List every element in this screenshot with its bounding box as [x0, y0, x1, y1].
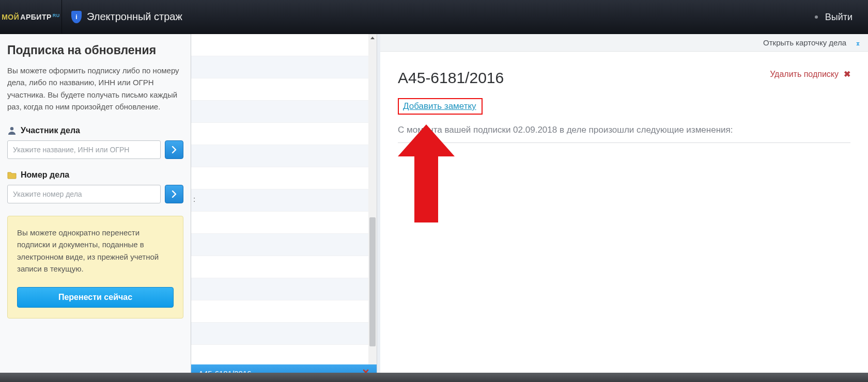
case-list-body[interactable]: :: [191, 34, 368, 364]
bullet-icon: [815, 15, 818, 19]
sidebar-title: Подписка на обновления: [7, 43, 183, 57]
sidebar: Подписка на обновления Вы можете оформит…: [0, 34, 191, 382]
case-title: А45-6181/2016: [398, 69, 504, 87]
list-scrollbar[interactable]: [368, 34, 377, 364]
top-header: МОЙАРБИТРRU i Электронный страж Выйти: [0, 0, 868, 34]
participant-input[interactable]: [7, 140, 161, 159]
folder-icon: [7, 171, 17, 179]
chevron-right-icon: [172, 190, 177, 198]
participant-go-button[interactable]: [165, 140, 183, 159]
participant-input-row: [7, 140, 183, 159]
case-go-button[interactable]: [165, 185, 183, 203]
case-input-row: [7, 185, 183, 203]
svg-point-0: [10, 127, 13, 130]
page-header-title: Электронный страж: [87, 11, 182, 23]
header-title-box: i Электронный страж: [62, 11, 182, 23]
scroll-thumb[interactable]: [369, 217, 376, 346]
detail-separator: [398, 142, 850, 143]
add-note-link[interactable]: Добавить заметку: [403, 101, 476, 111]
detail-body: А45-6181/2016 Удалить подписку ✖ Добавит…: [380, 52, 868, 143]
close-icon: ✖: [844, 69, 850, 79]
add-note-highlight: Добавить заметку: [398, 98, 483, 115]
scroll-up-icon[interactable]: [368, 34, 377, 42]
transfer-button[interactable]: Перенести сейчас: [17, 287, 174, 308]
delete-subscription-label: Удалить подписку: [770, 70, 839, 79]
main: Подписка на обновления Вы можете оформит…: [0, 34, 868, 382]
logo-text: МОЙАРБИТРRU: [2, 13, 60, 21]
open-card-link[interactable]: Открыть карточку дела: [763, 38, 846, 47]
sidebar-description: Вы можете оформить подписку либо по номе…: [7, 65, 183, 113]
participant-label-row: Участник дела: [7, 126, 183, 135]
participant-label: Участник дела: [21, 126, 80, 135]
list-truncated-glyph: :: [191, 195, 195, 203]
chevron-right-icon: [172, 146, 177, 153]
logo[interactable]: МОЙАРБИТРRU: [0, 0, 62, 34]
case-label-row: Номер дела: [7, 170, 183, 180]
delete-subscription-link[interactable]: Удалить подписку ✖: [770, 69, 850, 79]
logout-link[interactable]: Выйти: [825, 12, 853, 23]
case-label: Номер дела: [21, 170, 69, 180]
changes-text: С момента вашей подписки 02.09.2018 в де…: [398, 125, 850, 135]
case-input[interactable]: [7, 185, 161, 203]
bottom-strip: [0, 373, 868, 382]
open-card-icon[interactable]: [850, 39, 861, 47]
person-icon: [7, 126, 17, 135]
transfer-notice-text: Вы можете однократно перенести подписки …: [17, 227, 174, 275]
shield-icon: i: [71, 11, 82, 23]
detail-topbar: Открыть карточку дела: [380, 34, 868, 52]
case-header-row: А45-6181/2016 Удалить подписку ✖: [398, 69, 850, 87]
header-right: Выйти: [815, 0, 853, 34]
case-list-column: : А45-6181/2016: [191, 34, 377, 382]
detail-panel: Открыть карточку дела А45-6181/2016 Удал…: [380, 34, 868, 382]
transfer-notice: Вы можете однократно перенести подписки …: [7, 216, 183, 319]
